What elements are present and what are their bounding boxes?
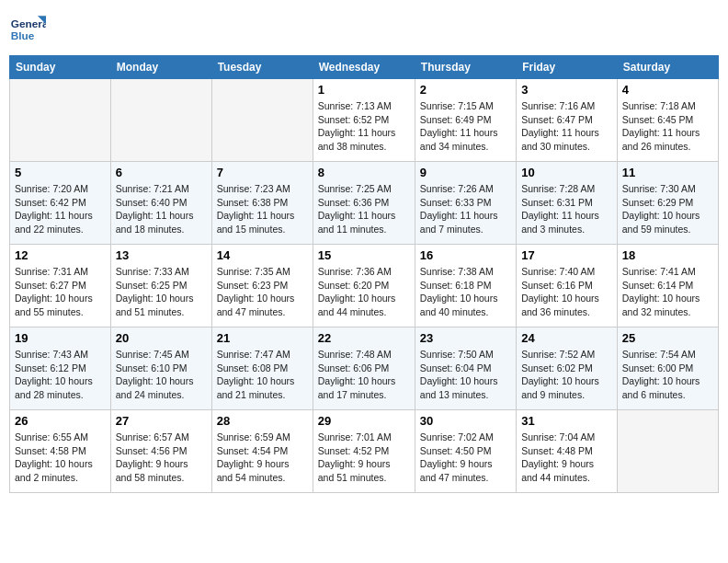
day-info: Sunrise: 7:28 AM Sunset: 6:31 PM Dayligh… bbox=[521, 182, 612, 236]
day-number: 7 bbox=[217, 166, 308, 179]
day-info: Sunrise: 7:04 AM Sunset: 4:48 PM Dayligh… bbox=[521, 431, 612, 485]
day-number: 27 bbox=[116, 414, 207, 428]
day-info: Sunrise: 7:23 AM Sunset: 6:38 PM Dayligh… bbox=[217, 182, 308, 236]
day-number: 10 bbox=[521, 166, 612, 179]
day-number: 17 bbox=[521, 248, 612, 262]
day-number: 14 bbox=[217, 248, 308, 262]
day-info: Sunrise: 7:21 AM Sunset: 6:40 PM Dayligh… bbox=[116, 182, 207, 236]
calendar-cell: 13Sunrise: 7:33 AM Sunset: 6:25 PM Dayli… bbox=[110, 245, 211, 327]
calendar-cell: 5Sunrise: 7:20 AM Sunset: 6:42 PM Daylig… bbox=[10, 162, 111, 245]
day-number: 13 bbox=[116, 248, 207, 262]
day-number: 8 bbox=[318, 166, 410, 179]
day-number: 1 bbox=[318, 83, 410, 97]
weekday-header-saturday: Saturday bbox=[617, 56, 718, 79]
calendar-cell: 16Sunrise: 7:38 AM Sunset: 6:18 PM Dayli… bbox=[415, 245, 516, 327]
calendar-cell: 21Sunrise: 7:47 AM Sunset: 6:08 PM Dayli… bbox=[211, 327, 313, 410]
day-number: 11 bbox=[622, 166, 713, 179]
day-number: 6 bbox=[116, 166, 207, 179]
day-number: 4 bbox=[622, 83, 713, 97]
day-info: Sunrise: 7:47 AM Sunset: 6:08 PM Dayligh… bbox=[217, 348, 308, 402]
day-number: 31 bbox=[521, 414, 612, 428]
day-number: 19 bbox=[15, 331, 106, 345]
calendar-cell bbox=[10, 79, 111, 162]
day-number: 12 bbox=[15, 248, 106, 262]
calendar-cell: 24Sunrise: 7:52 AM Sunset: 6:02 PM Dayli… bbox=[517, 327, 618, 410]
calendar-cell: 29Sunrise: 7:01 AM Sunset: 4:52 PM Dayli… bbox=[313, 410, 415, 493]
day-info: Sunrise: 6:55 AM Sunset: 4:58 PM Dayligh… bbox=[15, 431, 106, 485]
weekday-header-tuesday: Tuesday bbox=[211, 56, 313, 79]
calendar-cell: 20Sunrise: 7:45 AM Sunset: 6:10 PM Dayli… bbox=[110, 327, 211, 410]
day-number: 5 bbox=[15, 166, 106, 179]
day-number: 2 bbox=[420, 83, 511, 97]
day-info: Sunrise: 7:48 AM Sunset: 6:06 PM Dayligh… bbox=[318, 348, 410, 402]
calendar-cell: 9Sunrise: 7:26 AM Sunset: 6:33 PM Daylig… bbox=[415, 162, 516, 245]
day-info: Sunrise: 7:36 AM Sunset: 6:20 PM Dayligh… bbox=[318, 265, 410, 319]
day-info: Sunrise: 7:30 AM Sunset: 6:29 PM Dayligh… bbox=[622, 182, 713, 236]
day-info: Sunrise: 7:15 AM Sunset: 6:49 PM Dayligh… bbox=[420, 99, 511, 154]
calendar-cell: 31Sunrise: 7:04 AM Sunset: 4:48 PM Dayli… bbox=[517, 410, 618, 493]
day-info: Sunrise: 7:01 AM Sunset: 4:52 PM Dayligh… bbox=[318, 431, 410, 485]
day-number: 23 bbox=[420, 331, 511, 345]
day-info: Sunrise: 7:43 AM Sunset: 6:12 PM Dayligh… bbox=[15, 348, 106, 402]
calendar-cell: 19Sunrise: 7:43 AM Sunset: 6:12 PM Dayli… bbox=[10, 327, 111, 410]
day-number: 16 bbox=[420, 248, 511, 262]
day-number: 22 bbox=[318, 331, 410, 345]
day-info: Sunrise: 7:25 AM Sunset: 6:36 PM Dayligh… bbox=[318, 182, 410, 236]
weekday-header-thursday: Thursday bbox=[415, 56, 516, 79]
calendar-cell bbox=[110, 79, 211, 162]
calendar-cell: 14Sunrise: 7:35 AM Sunset: 6:23 PM Dayli… bbox=[211, 245, 313, 327]
logo: General Blue bbox=[9, 9, 51, 46]
calendar-cell: 3Sunrise: 7:16 AM Sunset: 6:47 PM Daylig… bbox=[517, 79, 618, 162]
day-info: Sunrise: 7:54 AM Sunset: 6:00 PM Dayligh… bbox=[622, 348, 713, 402]
calendar-cell: 8Sunrise: 7:25 AM Sunset: 6:36 PM Daylig… bbox=[313, 162, 415, 245]
logo-icon: General Blue bbox=[9, 9, 46, 46]
day-info: Sunrise: 7:45 AM Sunset: 6:10 PM Dayligh… bbox=[116, 348, 207, 402]
day-info: Sunrise: 7:20 AM Sunset: 6:42 PM Dayligh… bbox=[15, 182, 106, 236]
calendar-cell: 6Sunrise: 7:21 AM Sunset: 6:40 PM Daylig… bbox=[110, 162, 211, 245]
weekday-header-monday: Monday bbox=[110, 56, 211, 79]
day-info: Sunrise: 6:59 AM Sunset: 4:54 PM Dayligh… bbox=[217, 431, 308, 485]
day-info: Sunrise: 7:16 AM Sunset: 6:47 PM Dayligh… bbox=[521, 99, 612, 154]
weekday-header-friday: Friday bbox=[517, 56, 618, 79]
day-info: Sunrise: 7:31 AM Sunset: 6:27 PM Dayligh… bbox=[15, 265, 106, 319]
day-info: Sunrise: 7:18 AM Sunset: 6:45 PM Dayligh… bbox=[622, 99, 713, 154]
calendar-cell: 15Sunrise: 7:36 AM Sunset: 6:20 PM Dayli… bbox=[313, 245, 415, 327]
day-number: 26 bbox=[15, 414, 106, 428]
calendar-cell: 22Sunrise: 7:48 AM Sunset: 6:06 PM Dayli… bbox=[313, 327, 415, 410]
calendar-cell: 28Sunrise: 6:59 AM Sunset: 4:54 PM Dayli… bbox=[211, 410, 313, 493]
day-number: 20 bbox=[116, 331, 207, 345]
calendar-cell: 26Sunrise: 6:55 AM Sunset: 4:58 PM Dayli… bbox=[10, 410, 111, 493]
calendar-cell: 11Sunrise: 7:30 AM Sunset: 6:29 PM Dayli… bbox=[617, 162, 718, 245]
calendar-table: SundayMondayTuesdayWednesdayThursdayFrid… bbox=[9, 55, 719, 493]
day-number: 3 bbox=[521, 83, 612, 97]
day-info: Sunrise: 6:57 AM Sunset: 4:56 PM Dayligh… bbox=[116, 431, 207, 485]
day-number: 30 bbox=[420, 414, 511, 428]
day-info: Sunrise: 7:35 AM Sunset: 6:23 PM Dayligh… bbox=[217, 265, 308, 319]
page-header: General Blue bbox=[9, 9, 719, 46]
day-info: Sunrise: 7:13 AM Sunset: 6:52 PM Dayligh… bbox=[318, 99, 410, 154]
day-info: Sunrise: 7:26 AM Sunset: 6:33 PM Dayligh… bbox=[420, 182, 511, 236]
day-number: 18 bbox=[622, 248, 713, 262]
day-info: Sunrise: 7:02 AM Sunset: 4:50 PM Dayligh… bbox=[420, 431, 511, 485]
calendar-cell: 25Sunrise: 7:54 AM Sunset: 6:00 PM Dayli… bbox=[617, 327, 718, 410]
day-number: 25 bbox=[622, 331, 713, 345]
calendar-cell: 10Sunrise: 7:28 AM Sunset: 6:31 PM Dayli… bbox=[517, 162, 618, 245]
calendar-cell bbox=[617, 410, 718, 493]
calendar-cell: 17Sunrise: 7:40 AM Sunset: 6:16 PM Dayli… bbox=[517, 245, 618, 327]
day-number: 9 bbox=[420, 166, 511, 179]
day-info: Sunrise: 7:41 AM Sunset: 6:14 PM Dayligh… bbox=[622, 265, 713, 319]
calendar-cell: 7Sunrise: 7:23 AM Sunset: 6:38 PM Daylig… bbox=[211, 162, 313, 245]
calendar-cell: 30Sunrise: 7:02 AM Sunset: 4:50 PM Dayli… bbox=[415, 410, 516, 493]
day-info: Sunrise: 7:40 AM Sunset: 6:16 PM Dayligh… bbox=[521, 265, 612, 319]
day-info: Sunrise: 7:50 AM Sunset: 6:04 PM Dayligh… bbox=[420, 348, 511, 402]
day-number: 21 bbox=[217, 331, 308, 345]
calendar-cell: 1Sunrise: 7:13 AM Sunset: 6:52 PM Daylig… bbox=[313, 79, 415, 162]
calendar-cell: 27Sunrise: 6:57 AM Sunset: 4:56 PM Dayli… bbox=[110, 410, 211, 493]
calendar-cell: 18Sunrise: 7:41 AM Sunset: 6:14 PM Dayli… bbox=[617, 245, 718, 327]
day-info: Sunrise: 7:52 AM Sunset: 6:02 PM Dayligh… bbox=[521, 348, 612, 402]
calendar-cell: 23Sunrise: 7:50 AM Sunset: 6:04 PM Dayli… bbox=[415, 327, 516, 410]
calendar-cell bbox=[211, 79, 313, 162]
calendar-cell: 4Sunrise: 7:18 AM Sunset: 6:45 PM Daylig… bbox=[617, 79, 718, 162]
day-info: Sunrise: 7:33 AM Sunset: 6:25 PM Dayligh… bbox=[116, 265, 207, 319]
day-info: Sunrise: 7:38 AM Sunset: 6:18 PM Dayligh… bbox=[420, 265, 511, 319]
